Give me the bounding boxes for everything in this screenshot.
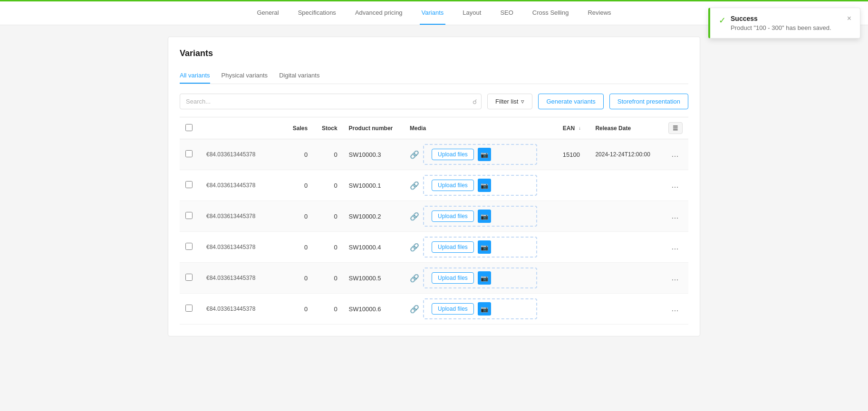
- row-sales-2: 0: [284, 201, 313, 232]
- row-checkbox-4[interactable]: [185, 274, 193, 281]
- table-row: €84.033613445378 0 0 SW10000.4 🔗 Upload …: [180, 232, 688, 263]
- link-icon-0[interactable]: 🔗: [410, 150, 419, 159]
- col-ean[interactable]: EAN ↓: [557, 117, 590, 139]
- storefront-presentation-button[interactable]: Storefront presentation: [609, 94, 688, 109]
- nav-tab-advanced-pricing[interactable]: Advanced pricing: [353, 1, 405, 25]
- sub-tabs: All variantsPhysical variantsDigital var…: [180, 68, 688, 84]
- more-options-button-2[interactable]: …: [668, 211, 682, 221]
- link-icon-1[interactable]: 🔗: [410, 181, 419, 190]
- image-icon-1[interactable]: 📷: [478, 179, 491, 192]
- row-media-4: 🔗 Upload files 📷: [404, 263, 557, 294]
- row-media-5: 🔗 Upload files 📷: [404, 294, 557, 325]
- row-checkbox-cell[interactable]: [180, 170, 201, 201]
- col-sales: Sales: [284, 117, 313, 139]
- generate-variants-button[interactable]: Generate variants: [538, 94, 603, 109]
- upload-files-button-4[interactable]: Upload files: [432, 272, 474, 284]
- filter-icon: ▿: [521, 98, 524, 105]
- sub-tab-all-variants[interactable]: All variants: [180, 68, 210, 84]
- row-checkbox-cell[interactable]: [180, 201, 201, 232]
- row-ean-0: 15100: [557, 139, 590, 170]
- more-options-button-3[interactable]: …: [668, 242, 682, 252]
- row-release-date-3: [589, 232, 663, 263]
- image-icon-3[interactable]: 📷: [478, 240, 491, 254]
- nav-tab-seo[interactable]: SEO: [498, 1, 515, 25]
- variants-card: Variants All variantsPhysical variantsDi…: [168, 37, 700, 336]
- row-media-1: 🔗 Upload files 📷: [404, 170, 557, 201]
- row-checkbox-cell[interactable]: [180, 139, 201, 170]
- image-icon-5[interactable]: 📷: [478, 302, 491, 315]
- row-checkbox-cell[interactable]: [180, 263, 201, 294]
- search-icon: ☌: [473, 98, 477, 105]
- upload-files-button-1[interactable]: Upload files: [432, 180, 474, 191]
- select-all-checkbox[interactable]: [185, 124, 193, 131]
- row-price-1: €84.033613445378: [201, 170, 284, 201]
- row-stock-5: 0: [313, 294, 343, 325]
- upload-files-button-3[interactable]: Upload files: [432, 241, 474, 253]
- col-release-date: Release Date: [589, 117, 663, 139]
- link-icon-4[interactable]: 🔗: [410, 274, 419, 283]
- sub-tab-physical-variants[interactable]: Physical variants: [222, 68, 268, 84]
- row-release-date-2: [589, 201, 663, 232]
- nav-tab-reviews[interactable]: Reviews: [586, 1, 613, 25]
- variants-table-wrap: Sales Stock Product number Media EAN ↓ R…: [180, 117, 688, 325]
- row-price-4: €84.033613445378: [201, 263, 284, 294]
- sub-tab-digital-variants[interactable]: Digital variants: [279, 68, 319, 84]
- nav-tab-specifications[interactable]: Specifications: [296, 1, 338, 25]
- row-actions-5: …: [663, 294, 688, 325]
- table-row: €84.033613445378 0 0 SW10000.5 🔗 Upload …: [180, 263, 688, 294]
- image-icon-4[interactable]: 📷: [478, 271, 491, 285]
- nav-tab-general[interactable]: General: [255, 1, 280, 25]
- row-price-0: €84.033613445378: [201, 139, 284, 170]
- row-checkbox-0[interactable]: [185, 150, 193, 157]
- row-ean-1: [557, 170, 590, 201]
- table-row: €84.033613445378 0 0 SW10000.2 🔗 Upload …: [180, 201, 688, 232]
- nav-tab-cross-selling[interactable]: Cross Selling: [530, 1, 571, 25]
- variants-table: Sales Stock Product number Media EAN ↓ R…: [180, 117, 688, 325]
- table-row: €84.033613445378 0 0 SW10000.1 🔗 Upload …: [180, 170, 688, 201]
- upload-files-button-0[interactable]: Upload files: [432, 149, 474, 160]
- search-input[interactable]: [180, 94, 482, 109]
- row-stock-0: 0: [313, 139, 343, 170]
- toast-title: Success: [731, 15, 842, 22]
- row-actions-4: …: [663, 263, 688, 294]
- row-stock-2: 0: [313, 201, 343, 232]
- upload-files-button-5[interactable]: Upload files: [432, 303, 474, 315]
- row-price-5: €84.033613445378: [201, 294, 284, 325]
- more-options-button-4[interactable]: …: [668, 273, 682, 283]
- link-icon-5[interactable]: 🔗: [410, 305, 419, 314]
- row-release-date-1: [589, 170, 663, 201]
- row-sales-5: 0: [284, 294, 313, 325]
- image-icon-0[interactable]: 📷: [478, 148, 491, 161]
- row-checkbox-cell[interactable]: [180, 294, 201, 325]
- toast-close-button[interactable]: ×: [847, 15, 851, 22]
- toolbar: ☌ Filter list ▿ Generate variants Storef…: [180, 94, 688, 109]
- row-checkbox-cell[interactable]: [180, 232, 201, 263]
- image-icon-2[interactable]: 📷: [478, 210, 491, 223]
- row-checkbox-5[interactable]: [185, 305, 193, 312]
- link-icon-3[interactable]: 🔗: [410, 243, 419, 252]
- row-product-number-4: SW10000.5: [343, 263, 405, 294]
- more-options-button-1[interactable]: …: [668, 180, 682, 191]
- row-price-3: €84.033613445378: [201, 232, 284, 263]
- nav-tab-variants[interactable]: Variants: [420, 1, 446, 25]
- row-ean-2: [557, 201, 590, 232]
- column-settings-button[interactable]: ☰: [668, 122, 683, 134]
- row-stock-3: 0: [313, 232, 343, 263]
- more-options-button-0[interactable]: …: [668, 149, 682, 160]
- row-checkbox-1[interactable]: [185, 181, 193, 188]
- success-toast: ✓ Success Product "100 - 300" has been s…: [708, 8, 860, 38]
- link-icon-2[interactable]: 🔗: [410, 212, 419, 221]
- row-product-number-2: SW10000.2: [343, 201, 405, 232]
- page-title: Variants: [180, 48, 688, 58]
- more-options-button-5[interactable]: …: [668, 304, 682, 314]
- nav-tab-layout[interactable]: Layout: [461, 1, 483, 25]
- row-release-date-0: 2024-12-24T12:00:00: [589, 139, 663, 170]
- row-actions-1: …: [663, 170, 688, 201]
- filter-list-button[interactable]: Filter list ▿: [487, 94, 532, 109]
- row-actions-0: …: [663, 139, 688, 170]
- upload-files-button-2[interactable]: Upload files: [432, 210, 474, 222]
- row-ean-3: [557, 232, 590, 263]
- row-checkbox-3[interactable]: [185, 243, 193, 250]
- row-checkbox-2[interactable]: [185, 212, 193, 219]
- row-product-number-0: SW10000.3: [343, 139, 405, 170]
